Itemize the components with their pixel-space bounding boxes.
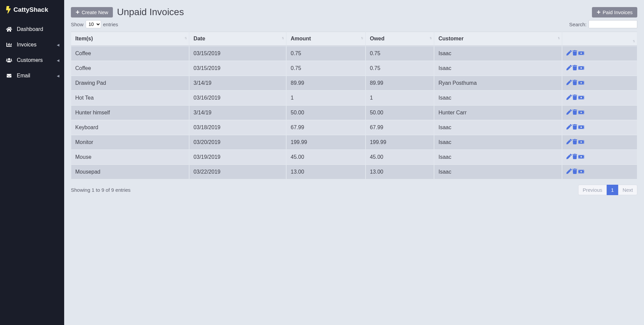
sidebar-item-label: Customers xyxy=(17,57,43,63)
column-header[interactable]: Customer↑↓ xyxy=(434,32,562,46)
edit-icon[interactable] xyxy=(566,139,572,144)
column-header[interactable]: Date↑↓ xyxy=(189,32,286,46)
cell-owed: 1 xyxy=(366,91,434,105)
table-row: Coffee03/15/20190.750.75Isaac xyxy=(71,46,637,61)
page-title: Unpaid Invoices xyxy=(117,7,184,17)
money-icon[interactable] xyxy=(578,125,585,130)
create-new-button[interactable]: Create New xyxy=(71,7,113,17)
edit-icon[interactable] xyxy=(566,95,572,100)
sort-icon: ↑↓ xyxy=(633,39,634,43)
column-header[interactable]: Item(s)↑↓ xyxy=(71,32,189,46)
paid-invoices-label: Paid Invoices xyxy=(603,9,633,15)
cell-customer: Isaac xyxy=(434,91,562,105)
cell-customer: Isaac xyxy=(434,46,562,61)
sort-icon: ↑↓ xyxy=(184,36,186,40)
money-icon[interactable] xyxy=(578,110,585,115)
prev-button[interactable]: Previous xyxy=(578,185,606,195)
money-icon[interactable] xyxy=(578,66,585,70)
show-prefix: Show xyxy=(71,22,84,27)
edit-icon[interactable] xyxy=(566,65,572,70)
pagination: Previous 1 Next xyxy=(578,185,637,195)
cell-actions xyxy=(562,165,637,179)
cell-actions xyxy=(562,135,637,150)
money-icon[interactable] xyxy=(578,140,585,144)
show-suffix: entries xyxy=(103,22,118,27)
trash-icon[interactable] xyxy=(572,80,577,85)
column-header[interactable]: Owed↑↓ xyxy=(366,32,434,46)
money-icon[interactable] xyxy=(578,169,585,174)
search-input[interactable] xyxy=(589,20,637,28)
trash-icon[interactable] xyxy=(572,95,577,100)
gauge-icon xyxy=(6,27,12,32)
cell-date: 03/18/2019 xyxy=(189,120,286,135)
money-icon[interactable] xyxy=(578,51,585,56)
edit-icon[interactable] xyxy=(566,154,572,159)
trash-icon[interactable] xyxy=(572,50,577,56)
cell-actions xyxy=(562,150,637,165)
brand[interactable]: CattyShack xyxy=(0,0,64,20)
trash-icon[interactable] xyxy=(572,124,577,130)
cell-item: Keyboard xyxy=(71,120,189,135)
table-row: Mousepad03/22/201913.0013.00Isaac xyxy=(71,165,637,179)
edit-icon[interactable] xyxy=(566,80,572,85)
table-row: Monitor03/20/2019199.99199.99Isaac xyxy=(71,135,637,150)
money-icon[interactable] xyxy=(578,80,585,85)
cell-item: Mousepad xyxy=(71,165,189,179)
cell-date: 3/14/19 xyxy=(189,76,286,91)
cell-owed: 199.99 xyxy=(366,135,434,150)
cell-customer: Isaac xyxy=(434,150,562,165)
cell-item: Drawing Pad xyxy=(71,76,189,91)
trash-icon[interactable] xyxy=(572,139,577,144)
cell-actions xyxy=(562,91,637,105)
entries-length: Show 10 entries xyxy=(71,20,118,28)
page-1-button[interactable]: 1 xyxy=(607,185,618,195)
cell-date: 3/14/19 xyxy=(189,105,286,120)
money-icon[interactable] xyxy=(578,95,585,100)
sidebar-item-customers[interactable]: Customers◀ xyxy=(0,52,64,68)
sidebar-item-label: Email xyxy=(17,73,30,79)
bolt-icon xyxy=(5,6,11,13)
sort-icon: ↑↓ xyxy=(429,36,431,40)
table-row: Hunter himself3/14/1950.0050.00Hunter Ca… xyxy=(71,105,637,120)
table-row: Hot Tea03/16/201911Isaac xyxy=(71,91,637,105)
cell-customer: Isaac xyxy=(434,120,562,135)
table-row: Coffee03/15/20190.750.75Isaac xyxy=(71,61,637,76)
cell-actions xyxy=(562,105,637,120)
sidebar-item-invoices[interactable]: Invoices◀ xyxy=(0,37,64,52)
cell-owed: 45.00 xyxy=(366,150,434,165)
column-header[interactable]: Amount↑↓ xyxy=(286,32,366,46)
nav: DashboardInvoices◀Customers◀Email◀ xyxy=(0,20,64,83)
plus-icon xyxy=(76,10,80,14)
page-header: Create New Unpaid Invoices Paid Invoices xyxy=(71,7,637,17)
edit-icon[interactable] xyxy=(566,169,572,174)
paid-invoices-button[interactable]: Paid Invoices xyxy=(592,7,637,17)
table-row: Keyboard03/18/201967.9967.99Isaac xyxy=(71,120,637,135)
cell-owed: 0.75 xyxy=(366,61,434,76)
trash-icon[interactable] xyxy=(572,109,577,115)
cell-item: Coffee xyxy=(71,46,189,61)
entries-select[interactable]: 10 xyxy=(86,20,101,28)
search-box: Search: xyxy=(569,20,637,28)
trash-icon[interactable] xyxy=(572,154,577,159)
table-row: Drawing Pad3/14/1989.9989.99Ryan Posthum… xyxy=(71,76,637,91)
cell-date: 03/15/2019 xyxy=(189,61,286,76)
cell-item: Coffee xyxy=(71,61,189,76)
sidebar-item-dashboard[interactable]: Dashboard xyxy=(0,22,64,37)
cell-amount: 1 xyxy=(286,91,366,105)
next-button[interactable]: Next xyxy=(618,185,637,195)
sidebar-item-email[interactable]: Email◀ xyxy=(0,68,64,83)
chevron-left-icon: ◀ xyxy=(57,59,59,62)
cell-customer: Hunter Carr xyxy=(434,105,562,120)
edit-icon[interactable] xyxy=(566,50,572,56)
cell-date: 03/15/2019 xyxy=(189,46,286,61)
edit-icon[interactable] xyxy=(566,124,572,130)
cell-item: Mouse xyxy=(71,150,189,165)
trash-icon[interactable] xyxy=(572,65,577,70)
cell-owed: 89.99 xyxy=(366,76,434,91)
money-icon[interactable] xyxy=(578,154,585,159)
edit-icon[interactable] xyxy=(566,109,572,115)
sort-icon: ↑↓ xyxy=(282,36,283,40)
cell-actions xyxy=(562,46,637,61)
trash-icon[interactable] xyxy=(572,169,577,174)
column-header[interactable]: ↑↓ xyxy=(562,32,637,46)
